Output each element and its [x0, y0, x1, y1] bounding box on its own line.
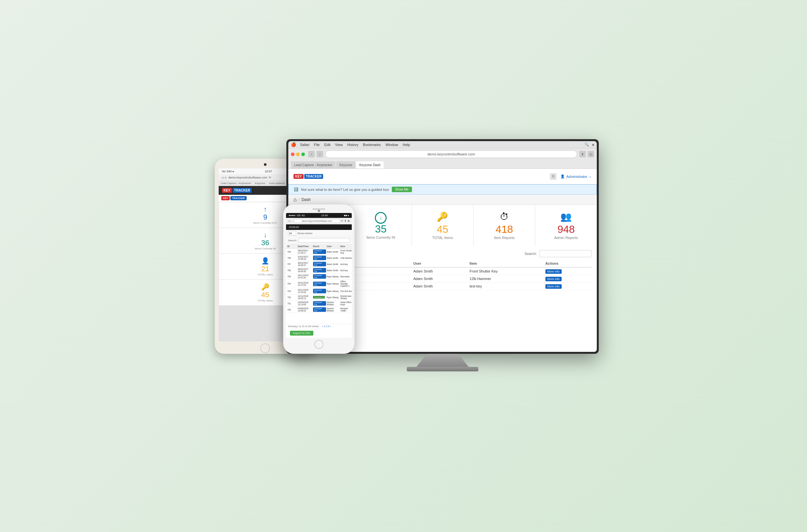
menu-file[interactable]: File [314, 143, 320, 147]
tablet-card-1-icon: ↑ [263, 206, 267, 213]
more-info-button-1[interactable]: More Info [545, 277, 562, 281]
logo-key: KEY [294, 174, 304, 179]
phone-entries-label: Show entries [297, 232, 312, 235]
menu-history[interactable]: History [347, 143, 358, 147]
phone-event-badge: Checked Out [313, 282, 326, 286]
phone-row-item: Office Storage Cabinet 3 [341, 280, 352, 287]
more-info-button-2[interactable]: More Info [545, 284, 562, 289]
activity-search-input[interactable] [539, 250, 591, 257]
phone-row-datetime: 12/09/2016 12:14:09 [298, 301, 312, 306]
url-bar[interactable]: demo.keycontrolsoftware.com [325, 150, 577, 158]
menu-help[interactable]: Help [403, 143, 410, 147]
phone-pagination[interactable]: « 1 2 3 » [322, 325, 331, 327]
phone-row-item: Fire Exit Door [341, 290, 352, 292]
phone-forward-icon[interactable]: ▷ [291, 220, 293, 223]
phone-share-icon[interactable]: ⬆ [344, 220, 347, 223]
phone-row-id: 757 [287, 263, 297, 265]
menu-view[interactable]: View [335, 143, 343, 147]
phone-row-user: Ryan Slaney [327, 283, 340, 285]
tablet-card-2-number: 36 [261, 239, 269, 247]
tablet-card-4-label: TOTAL Items [258, 299, 273, 302]
search-row: Search: [525, 250, 591, 257]
control-center-icon[interactable]: ≡ [592, 143, 594, 147]
items-in-icon: ↓ [375, 212, 387, 224]
minimize-button[interactable] [296, 153, 300, 156]
col-item: Item [467, 260, 543, 267]
phone-row-id: 759 [287, 251, 297, 253]
tablet-card-4-icon: 🔑 [261, 283, 270, 291]
tablet-home-button[interactable] [260, 343, 270, 353]
phone-row-event: Checked Out [313, 249, 326, 254]
browser-toolbar: ‹ › demo.keycontrolsoftware.com ⬆ ⊡ [288, 148, 597, 160]
phone-row-user: Jessica Whelan [327, 307, 340, 312]
browser-tab-1[interactable]: Lead Capture - Keytracker [291, 161, 335, 168]
tablet-tab-3[interactable]: ecos systems [267, 181, 287, 186]
phone-table-row: 753 23/11/2016 11:54:44 Checked Out Ryan… [286, 288, 352, 294]
browser-tab-2[interactable]: Keyzone [336, 161, 355, 168]
phone-row-datetime: 23/11/2016 11:54:44 [298, 289, 312, 293]
browser-tab-active[interactable]: Keyzone Dash [356, 161, 384, 168]
user-dropdown-icon[interactable]: ⌄ [589, 174, 591, 178]
tablet-tab-1[interactable]: Lead Capture - Keytracker [219, 181, 253, 186]
tablet-forward-icon[interactable]: ▷ [225, 176, 227, 179]
phone-home-button[interactable] [314, 340, 324, 349]
share-icon[interactable]: ⬆ [579, 151, 586, 157]
phone-status-bar: ●●●●○ EE 4G 15:09 ■■ ▸ [286, 213, 352, 218]
phone-row-datetime: 14/11/2016 16:05:13 [298, 295, 312, 300]
phone-row-datetime: 30/01/2017 16:06:37 [298, 262, 312, 266]
tablet-card-3-number: 21 [261, 265, 269, 273]
phone-row-item: Mercedes [341, 276, 352, 278]
tablet-logo-small: KEY TRACKER [221, 196, 247, 200]
phone: ●●●●○ EE 4G 15:09 ■■ ▸ ◁ ▷ demo.keycontr… [283, 204, 355, 354]
tablet-logo-tracker: TRACKER [233, 188, 252, 193]
items-in-label: Items Currently IN [366, 235, 396, 239]
menu-bookmarks[interactable]: Bookmarks [363, 143, 381, 147]
phone-url-bar[interactable]: demo.keycontrolsoftware.com [294, 219, 340, 223]
phone-row-event: Checked Out [313, 289, 326, 293]
phone-col-event: Event [313, 245, 326, 247]
item-reports-icon: ⏱ [500, 211, 509, 222]
phone-back-icon[interactable]: ◁ [288, 220, 290, 223]
show-me-button[interactable]: Show Me [392, 187, 412, 192]
phone-table-row: 759 09/02/2017 11:26:17 Checked Out Adam… [286, 249, 352, 255]
back-button[interactable]: ‹ [308, 151, 315, 157]
maximize-button[interactable] [301, 153, 305, 156]
menu-window[interactable]: Window [385, 143, 398, 147]
card-total-items: 🔑 45 TOTAL Items [412, 205, 474, 246]
tablet-tab-2[interactable]: Keyzone [253, 181, 267, 186]
phone-tabs-icon[interactable]: ⊞ [348, 220, 350, 223]
phone-entries-input[interactable] [288, 231, 296, 235]
app-header: KEY TRACKER 0 👤 Administrator ⌄ [288, 169, 597, 184]
phone-event-badge: Checked Out [313, 289, 326, 293]
total-items-icon: 🔑 [437, 211, 448, 222]
menu-safari[interactable]: Safari [300, 143, 310, 147]
app-nav: ⌂ / Dash [288, 194, 597, 205]
phone-row-id: 755 [287, 276, 297, 278]
phone-time: 15:09 [321, 214, 328, 217]
tablet-back-icon[interactable]: ◁ [221, 176, 223, 179]
phone-search-input[interactable] [298, 238, 350, 243]
tablet-refresh-icon[interactable]: ↻ [269, 176, 271, 179]
total-items-label: TOTAL Items [432, 236, 453, 240]
search-icon[interactable]: 🔍 [584, 142, 589, 147]
tablet-card-2-label: Items Currently IN [255, 247, 276, 250]
phone-table-row: 757 30/01/2017 16:06:37 Checked Out Adam… [286, 261, 352, 267]
more-info-button-0[interactable]: More Info [545, 269, 562, 274]
phone-export-button[interactable]: Export To CSV [290, 331, 313, 336]
close-button[interactable] [291, 153, 294, 156]
notification-badge[interactable]: 0 [550, 173, 556, 180]
menu-edit[interactable]: Edit [324, 143, 330, 147]
row-user: Adam Smith [411, 283, 467, 290]
phone-row-id: 754 [287, 283, 297, 285]
user-icon: 👤 [560, 174, 565, 178]
tablet-card-2-icon: ↓ [263, 231, 267, 239]
phone-table-row: 758 31/01/2017 11:56:18 Checked Out Adam… [286, 255, 352, 261]
tablet-logo-key-sm: KEY [221, 196, 230, 200]
phone-body: ●●●●○ EE 4G 15:09 ■■ ▸ ◁ ▷ demo.keycontr… [283, 204, 355, 354]
phone-table-row: 751 12/09/2016 12:14:09 Checked Out Jess… [286, 301, 352, 307]
phone-refresh-icon[interactable]: ↻ [341, 220, 343, 223]
forward-button[interactable]: › [317, 151, 323, 157]
tour-banner: ℹ️ Not sure what to do here? Let us give… [288, 184, 597, 194]
col-actions: Actions [543, 260, 591, 267]
fullscreen-icon[interactable]: ⊡ [588, 151, 594, 157]
